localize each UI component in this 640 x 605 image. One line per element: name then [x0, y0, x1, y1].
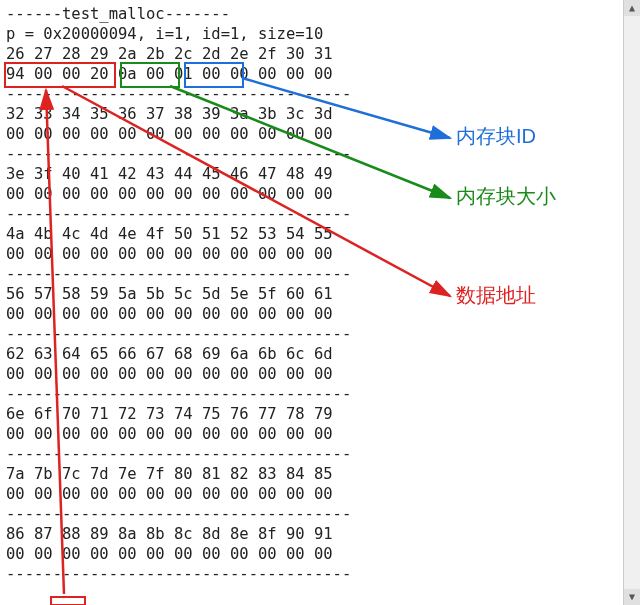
- dump-bytes-row: 00 00 00 00 00 00 00 00 00 00 00 00: [6, 484, 620, 504]
- dump-separator: -------------------------------------: [6, 504, 620, 524]
- vertical-scrollbar[interactable]: ▲ ▼: [623, 0, 640, 605]
- dump-offsets-row: 26 27 28 29 2a 2b 2c 2d 2e 2f 30 31: [6, 44, 620, 64]
- dump-offsets-row: 32 33 34 35 36 37 38 39 3a 3b 3c 3d: [6, 104, 620, 124]
- dump-bytes-row: 94 00 00 20 0a 00 01 00 00 00 00 00: [6, 64, 620, 84]
- dump-separator: -------------------------------------: [6, 444, 620, 464]
- label-block-size: 内存块大小: [456, 186, 556, 206]
- dump-separator: -------------------------------------: [6, 144, 620, 164]
- dump-separator: -------------------------------------: [6, 204, 620, 224]
- label-block-id: 内存块ID: [456, 126, 536, 146]
- label-data-address: 数据地址: [456, 285, 536, 305]
- dump-bytes-row: 00 00 00 00 00 00 00 00 00 00 00 00: [6, 244, 620, 264]
- scrollbar-down-icon[interactable]: ▼: [624, 589, 640, 605]
- info-line: p = 0x20000094, i=1, id=1, size=10: [6, 24, 620, 44]
- dump-offsets-row: 3e 3f 40 41 42 43 44 45 46 47 48 49: [6, 164, 620, 184]
- dump-offsets-row: 7a 7b 7c 7d 7e 7f 80 81 82 83 84 85: [6, 464, 620, 484]
- dump-bytes-row: 00 00 00 00 00 00 00 00 00 00 00 00: [6, 304, 620, 324]
- dump-separator: -------------------------------------: [6, 264, 620, 284]
- dump-separator: -------------------------------------: [6, 324, 620, 344]
- dump-separator: -------------------------------------: [6, 84, 620, 104]
- dump-bytes-row: 00 00 00 00 00 00 00 00 00 00 00 00: [6, 424, 620, 444]
- dump-bytes-row: 00 00 00 00 00 00 00 00 00 00 00 00: [6, 544, 620, 564]
- dump-offsets-row: 4a 4b 4c 4d 4e 4f 50 51 52 53 54 55: [6, 224, 620, 244]
- scrollbar-up-icon[interactable]: ▲: [624, 0, 640, 16]
- dump-separator: -------------------------------------: [6, 384, 620, 404]
- dump-separator: -------------------------------------: [6, 564, 620, 584]
- dump-offsets-row: 86 87 88 89 8a 8b 8c 8d 8e 8f 90 91: [6, 524, 620, 544]
- dump-offsets-row: 6e 6f 70 71 72 73 74 75 76 77 78 79: [6, 404, 620, 424]
- dump-offsets-row: 62 63 64 65 66 67 68 69 6a 6b 6c 6d: [6, 344, 620, 364]
- dump-bytes-row: 00 00 00 00 00 00 00 00 00 00 00 00: [6, 364, 620, 384]
- title-line: ------test_malloc-------: [6, 4, 620, 24]
